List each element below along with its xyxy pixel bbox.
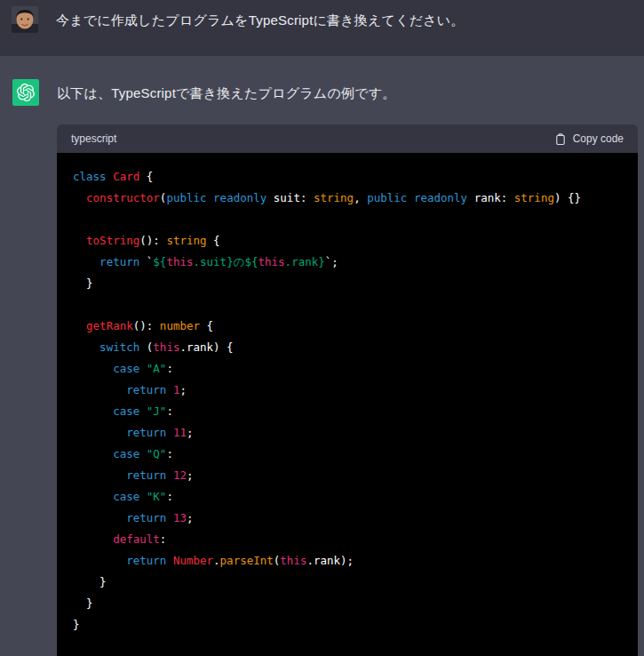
code-line: constructor(public readonly suit: string… [73, 188, 622, 209]
code-line: } [73, 273, 622, 294]
code-line: class Card { [73, 166, 622, 188]
code-line: default: [73, 529, 622, 550]
code-line: } [73, 572, 622, 593]
code-line: case "K": [73, 486, 622, 508]
code-line [73, 294, 622, 316]
chat-page: 今までに作成したプログラムをTypeScriptに書き換えてください。 以下は、… [0, 0, 644, 656]
user-avatar [12, 6, 38, 33]
code-language-label: typescript [71, 132, 116, 145]
code-line: case "Q": [73, 444, 622, 465]
code-line: case "A": [73, 358, 622, 380]
code-content: class Card { constructor(public readonly… [57, 153, 638, 656]
openai-logo-icon [17, 84, 35, 101]
user-photo [12, 6, 38, 33]
copy-code-button[interactable]: Copy code [554, 132, 624, 146]
code-line: toString(): string { [73, 230, 622, 252]
code-line: return 11; [73, 422, 622, 444]
chatgpt-avatar [12, 79, 39, 106]
code-line: return 13; [73, 508, 622, 529]
user-message-text: 今までに作成したプログラムをTypeScriptに書き換えてください。 [56, 11, 638, 30]
assistant-message-row: 以下は、TypeScriptで書き換えたプログラムの例です。 typescrip… [0, 55, 644, 656]
code-line: return 12; [73, 465, 622, 486]
code-line: } [73, 593, 622, 614]
assistant-message-text: 以下は、TypeScriptで書き換えたプログラムの例です。 [57, 84, 638, 103]
code-block-header: typescript Copy code [57, 124, 638, 153]
code-line: } [73, 614, 622, 636]
code-line: return Number.parseInt(this.rank); [73, 550, 622, 572]
code-line: getRank(): number { [73, 316, 622, 337]
code-line: return 1; [73, 380, 622, 401]
code-line [73, 209, 622, 230]
user-message-row: 今までに作成したプログラムをTypeScriptに書き換えてください。 [0, 0, 644, 55]
code-line: switch (this.rank) { [73, 337, 622, 358]
clipboard-icon [554, 132, 567, 146]
copy-code-label: Copy code [573, 132, 624, 145]
code-block: typescript Copy code class Card { constr… [57, 124, 638, 656]
code-line: return `${this.suit}の${this.rank}`; [73, 252, 622, 273]
code-line: case "J": [73, 401, 622, 422]
